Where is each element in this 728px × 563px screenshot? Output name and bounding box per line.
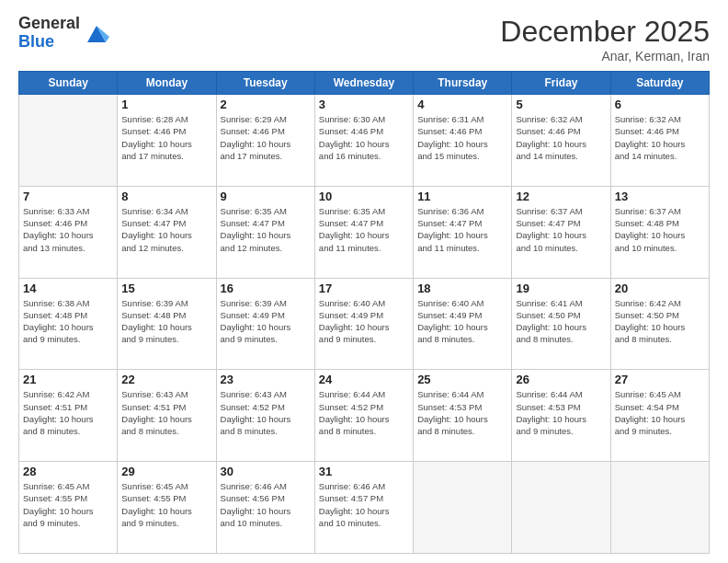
calendar-cell: [610, 462, 709, 554]
logo-text: General Blue: [18, 15, 80, 52]
calendar-cell: 26Sunrise: 6:44 AMSunset: 4:53 PMDayligh…: [512, 370, 610, 462]
day-number: 4: [417, 98, 507, 111]
day-info: Sunrise: 6:38 AMSunset: 4:48 PMDaylight:…: [23, 297, 113, 346]
calendar-cell: 11Sunrise: 6:36 AMSunset: 4:47 PMDayligh…: [414, 186, 512, 278]
day-number: 30: [221, 465, 311, 478]
location-title: Anar, Kerman, Iran: [500, 49, 710, 63]
day-number: 18: [417, 282, 507, 295]
calendar-cell: 8Sunrise: 6:34 AMSunset: 4:47 PMDaylight…: [118, 186, 216, 278]
day-info: Sunrise: 6:42 AMSunset: 4:51 PMDaylight:…: [23, 388, 113, 437]
calendar-cell: 12Sunrise: 6:37 AMSunset: 4:47 PMDayligh…: [512, 186, 610, 278]
logo-general: General: [18, 15, 80, 33]
day-number: 11: [417, 190, 507, 203]
day-number: 29: [121, 465, 211, 478]
month-title: December 2025: [500, 15, 710, 49]
weekday-header: Saturday: [610, 72, 709, 95]
calendar-week-row: 7Sunrise: 6:33 AMSunset: 4:46 PMDaylight…: [19, 186, 710, 278]
day-info: Sunrise: 6:35 AMSunset: 4:47 PMDaylight:…: [221, 205, 311, 254]
day-info: Sunrise: 6:37 AMSunset: 4:47 PMDaylight:…: [516, 205, 606, 254]
calendar-cell: 6Sunrise: 6:32 AMSunset: 4:46 PMDaylight…: [610, 95, 709, 187]
day-number: 6: [615, 98, 705, 111]
day-number: 23: [221, 373, 311, 386]
day-number: 26: [516, 373, 606, 386]
day-info: Sunrise: 6:45 AMSunset: 4:55 PMDaylight:…: [121, 480, 211, 529]
day-number: 3: [319, 98, 409, 111]
day-info: Sunrise: 6:28 AMSunset: 4:46 PMDaylight:…: [121, 113, 211, 162]
day-info: Sunrise: 6:29 AMSunset: 4:46 PMDaylight:…: [221, 113, 311, 162]
calendar-cell: 29Sunrise: 6:45 AMSunset: 4:55 PMDayligh…: [118, 462, 216, 554]
day-number: 22: [121, 373, 211, 386]
day-info: Sunrise: 6:44 AMSunset: 4:53 PMDaylight:…: [417, 388, 507, 437]
calendar-week-row: 1Sunrise: 6:28 AMSunset: 4:46 PMDaylight…: [19, 95, 710, 187]
day-info: Sunrise: 6:44 AMSunset: 4:53 PMDaylight:…: [516, 388, 606, 437]
calendar-cell: 30Sunrise: 6:46 AMSunset: 4:56 PMDayligh…: [216, 462, 314, 554]
day-number: 5: [516, 98, 606, 111]
calendar-cell: 20Sunrise: 6:42 AMSunset: 4:50 PMDayligh…: [610, 278, 709, 370]
header: General Blue December 2025 Anar, Kerman,…: [18, 15, 710, 63]
day-info: Sunrise: 6:45 AMSunset: 4:54 PMDaylight:…: [615, 388, 705, 437]
calendar-cell: [512, 462, 610, 554]
day-info: Sunrise: 6:35 AMSunset: 4:47 PMDaylight:…: [319, 205, 409, 254]
day-info: Sunrise: 6:43 AMSunset: 4:52 PMDaylight:…: [221, 388, 311, 437]
day-info: Sunrise: 6:40 AMSunset: 4:49 PMDaylight:…: [319, 297, 409, 346]
day-info: Sunrise: 6:37 AMSunset: 4:48 PMDaylight:…: [615, 205, 705, 254]
calendar-week-row: 28Sunrise: 6:45 AMSunset: 4:55 PMDayligh…: [19, 462, 710, 554]
calendar-cell: 10Sunrise: 6:35 AMSunset: 4:47 PMDayligh…: [314, 186, 413, 278]
day-number: 13: [615, 190, 705, 203]
logo: General Blue: [18, 15, 109, 52]
day-number: 7: [23, 190, 113, 203]
calendar-cell: 27Sunrise: 6:45 AMSunset: 4:54 PMDayligh…: [610, 370, 709, 462]
calendar-cell: [19, 95, 118, 187]
day-number: 10: [319, 190, 409, 203]
day-info: Sunrise: 6:39 AMSunset: 4:48 PMDaylight:…: [121, 297, 211, 346]
day-info: Sunrise: 6:34 AMSunset: 4:47 PMDaylight:…: [121, 205, 211, 254]
calendar-cell: 17Sunrise: 6:40 AMSunset: 4:49 PMDayligh…: [314, 278, 413, 370]
weekday-header: Monday: [118, 72, 216, 95]
calendar-cell: 5Sunrise: 6:32 AMSunset: 4:46 PMDaylight…: [512, 95, 610, 187]
day-number: 17: [319, 282, 409, 295]
calendar-cell: 3Sunrise: 6:30 AMSunset: 4:46 PMDaylight…: [314, 95, 413, 187]
calendar-cell: 2Sunrise: 6:29 AMSunset: 4:46 PMDaylight…: [216, 95, 314, 187]
day-number: 15: [121, 282, 211, 295]
calendar-cell: 25Sunrise: 6:44 AMSunset: 4:53 PMDayligh…: [414, 370, 512, 462]
day-info: Sunrise: 6:42 AMSunset: 4:50 PMDaylight:…: [615, 297, 705, 346]
day-info: Sunrise: 6:45 AMSunset: 4:55 PMDaylight:…: [23, 480, 113, 529]
day-number: 9: [221, 190, 311, 203]
day-info: Sunrise: 6:40 AMSunset: 4:49 PMDaylight:…: [417, 297, 507, 346]
day-number: 14: [23, 282, 113, 295]
day-number: 21: [23, 373, 113, 386]
day-number: 27: [615, 373, 705, 386]
day-number: 1: [121, 98, 211, 111]
calendar-week-row: 14Sunrise: 6:38 AMSunset: 4:48 PMDayligh…: [19, 278, 710, 370]
calendar-cell: 22Sunrise: 6:43 AMSunset: 4:51 PMDayligh…: [118, 370, 216, 462]
day-info: Sunrise: 6:32 AMSunset: 4:46 PMDaylight:…: [615, 113, 705, 162]
day-number: 12: [516, 190, 606, 203]
calendar-cell: 21Sunrise: 6:42 AMSunset: 4:51 PMDayligh…: [19, 370, 118, 462]
day-number: 28: [23, 465, 113, 478]
day-info: Sunrise: 6:39 AMSunset: 4:49 PMDaylight:…: [221, 297, 311, 346]
title-block: December 2025 Anar, Kerman, Iran: [500, 15, 710, 63]
day-info: Sunrise: 6:36 AMSunset: 4:47 PMDaylight:…: [417, 205, 507, 254]
calendar-cell: [414, 462, 512, 554]
day-info: Sunrise: 6:33 AMSunset: 4:46 PMDaylight:…: [23, 205, 113, 254]
day-info: Sunrise: 6:46 AMSunset: 4:56 PMDaylight:…: [221, 480, 311, 529]
weekday-header-row: SundayMondayTuesdayWednesdayThursdayFrid…: [19, 72, 710, 95]
day-info: Sunrise: 6:41 AMSunset: 4:50 PMDaylight:…: [516, 297, 606, 346]
day-info: Sunrise: 6:46 AMSunset: 4:57 PMDaylight:…: [319, 480, 409, 529]
day-number: 24: [319, 373, 409, 386]
logo-blue: Blue: [18, 33, 80, 52]
calendar-cell: 1Sunrise: 6:28 AMSunset: 4:46 PMDaylight…: [118, 95, 216, 187]
day-info: Sunrise: 6:43 AMSunset: 4:51 PMDaylight:…: [121, 388, 211, 437]
day-number: 8: [121, 190, 211, 203]
day-number: 16: [221, 282, 311, 295]
calendar-cell: 16Sunrise: 6:39 AMSunset: 4:49 PMDayligh…: [216, 278, 314, 370]
calendar-cell: 23Sunrise: 6:43 AMSunset: 4:52 PMDayligh…: [216, 370, 314, 462]
day-number: 31: [319, 465, 409, 478]
calendar-cell: 14Sunrise: 6:38 AMSunset: 4:48 PMDayligh…: [19, 278, 118, 370]
day-info: Sunrise: 6:30 AMSunset: 4:46 PMDaylight:…: [319, 113, 409, 162]
calendar-cell: 4Sunrise: 6:31 AMSunset: 4:46 PMDaylight…: [414, 95, 512, 187]
calendar-week-row: 21Sunrise: 6:42 AMSunset: 4:51 PMDayligh…: [19, 370, 710, 462]
weekday-header: Sunday: [19, 72, 118, 95]
weekday-header: Thursday: [414, 72, 512, 95]
logo-icon: [84, 20, 109, 46]
